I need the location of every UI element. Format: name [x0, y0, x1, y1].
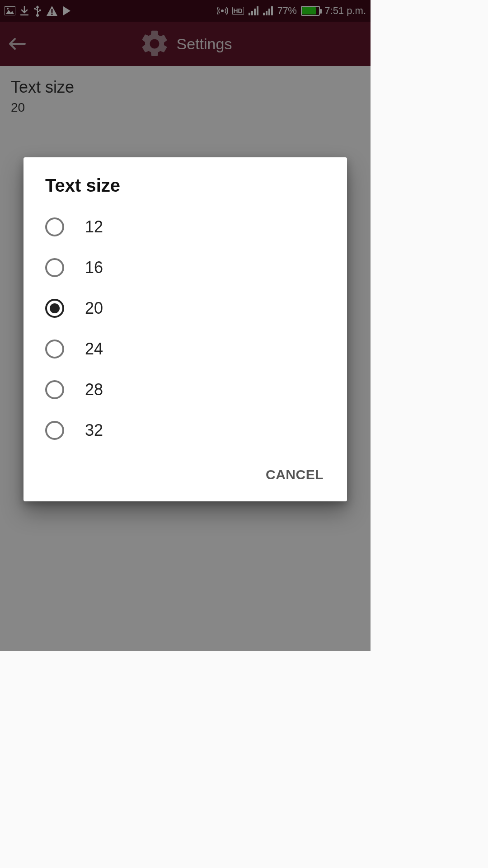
option-label: 20: [85, 299, 103, 318]
text-size-option-12[interactable]: 12: [23, 207, 347, 247]
text-size-dialog: Text size 121620242832 CANCEL: [23, 157, 347, 501]
dialog-title: Text size: [23, 157, 347, 207]
text-size-option-16[interactable]: 16: [23, 247, 347, 288]
text-size-option-28[interactable]: 28: [23, 369, 347, 410]
text-size-option-24[interactable]: 24: [23, 329, 347, 369]
radio-icon: [45, 340, 64, 359]
option-label: 28: [85, 380, 103, 399]
option-label: 12: [85, 217, 103, 236]
option-label: 32: [85, 421, 103, 440]
option-label: 24: [85, 340, 103, 359]
radio-icon: [45, 217, 64, 236]
radio-icon: [45, 258, 64, 277]
cancel-button[interactable]: CANCEL: [264, 463, 325, 486]
text-size-option-32[interactable]: 32: [23, 410, 347, 451]
option-label: 16: [85, 258, 103, 277]
dialog-options: 121620242832: [23, 207, 347, 451]
radio-icon: [45, 299, 64, 318]
radio-icon: [45, 380, 64, 399]
text-size-option-20[interactable]: 20: [23, 288, 347, 329]
radio-icon: [45, 421, 64, 440]
